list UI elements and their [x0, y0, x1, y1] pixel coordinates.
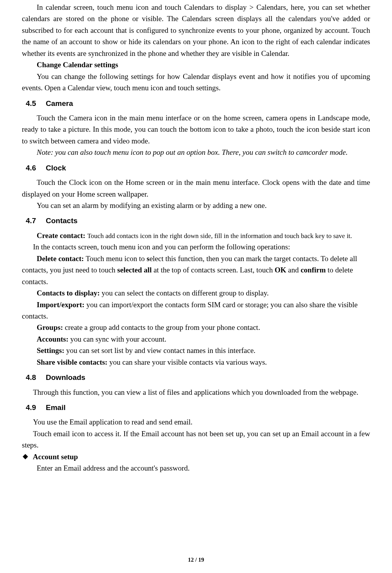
section-title: Clock [46, 164, 66, 172]
paragraph-accounts: Accounts: you can sync with your account… [22, 333, 370, 345]
section-heading-contacts: 4.7 Contacts [26, 215, 370, 226]
section-num: 4.6 [26, 162, 44, 174]
paragraph-share-visible: Share visible contacts: you can share yo… [22, 356, 370, 368]
paragraph-contacts-display: Contacts to display: you can select the … [22, 287, 370, 299]
paragraph-clock-2: You can set an alarm by modifying an exi… [22, 200, 370, 211]
paragraph-delete-contact: Delete contact: Touch menu icon to selec… [22, 253, 370, 287]
section-title: Email [46, 403, 66, 412]
paragraph-clock-1: Touch the Clock icon on the Home screen … [22, 177, 370, 200]
section-heading-downloads: 4.8 Downloads [26, 372, 370, 383]
diamond-bullet-icon: ◆ [22, 451, 33, 462]
section-heading-clock: 4.6 Clock [26, 162, 370, 174]
section-num: 4.8 [26, 372, 44, 383]
paragraph-settings: Settings: you can set sort list by and v… [22, 345, 370, 356]
bullet-account-setup: ◆ Account setup [22, 451, 370, 462]
section-num: 4.7 [26, 215, 44, 226]
section-title: Camera [46, 99, 73, 107]
section-heading-camera: 4.5 Camera [26, 98, 370, 109]
paragraph-create-contact: Create contact: Touch add contacts icon … [22, 230, 370, 241]
paragraph-calendars: In calendar screen, touch menu icon and … [22, 2, 370, 59]
paragraph-email-2: Touch email icon to access it. If the Em… [22, 428, 370, 451]
paragraph-import-export: Import/export: you can import/export the… [22, 299, 370, 322]
paragraph-camera-note: Note: you can also touch menu icon to po… [22, 147, 370, 158]
section-title: Contacts [46, 217, 77, 225]
paragraph-groups: Groups: create a group add contacts to t… [22, 322, 370, 333]
paragraph-change-settings: You can change the following settings fo… [22, 71, 370, 94]
section-heading-email: 4.9 Email [26, 402, 370, 413]
page-number: 12 / 19 [0, 555, 392, 564]
paragraph-camera: Touch the Camera icon in the main menu i… [22, 112, 370, 147]
subheading-change-calendar-settings: Change Calendar settings [22, 59, 370, 70]
section-title: Downloads [46, 373, 85, 381]
section-num: 4.5 [26, 98, 44, 109]
bullet-label: Account setup [33, 453, 78, 461]
paragraph-email-1: You use the Email application to read an… [22, 416, 370, 428]
paragraph-contacts-ops: In the contacts screen, touch menu icon … [22, 241, 370, 252]
paragraph-account-setup: Enter an Email address and the account's… [22, 462, 370, 474]
paragraph-downloads: Through this function, you can view a li… [22, 387, 370, 398]
section-num: 4.9 [26, 402, 44, 413]
